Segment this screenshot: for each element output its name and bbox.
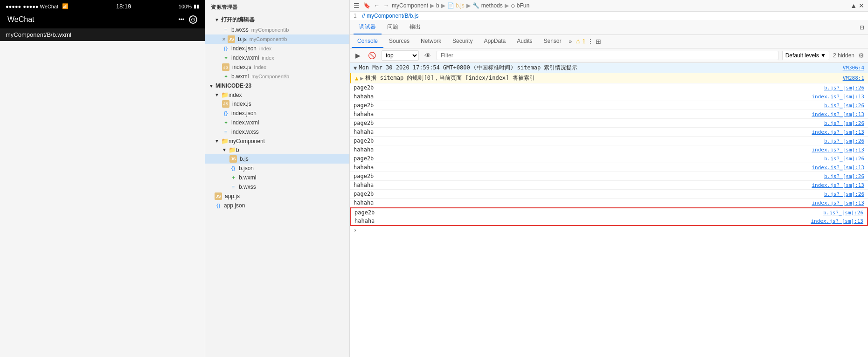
sep2: ▶: [441, 2, 445, 9]
open-editors-label: 打开的编辑器: [221, 16, 255, 24]
link-page2b-5[interactable]: b.js?_[sm]:26: [824, 156, 864, 162]
clear-btn[interactable]: 🚫: [366, 51, 378, 60]
row-page2b-1: page2b b.js?_[sm]:26: [350, 83, 868, 92]
file-bwxss[interactable]: ≡ b.wxss: [205, 182, 349, 192]
file-item-indexwxml-open[interactable]: ✦ index.wxml index: [205, 53, 349, 62]
file-item-bwxml-open[interactable]: ✦ b.wxml myComponent\b: [205, 72, 349, 81]
msg-page2b-6: page2b: [354, 173, 824, 179]
menu-dots-icon[interactable]: •••: [178, 16, 184, 23]
row-hahaha-highlighted: hahaha index.js?_[sm]:13: [350, 217, 868, 226]
file-item-indexjs-open[interactable]: JS index.js index: [205, 62, 349, 72]
eye-btn[interactable]: 👁: [423, 51, 433, 60]
default-levels[interactable]: Default levels ▼: [782, 51, 829, 60]
file-path-indexwxml-open: index: [262, 55, 274, 61]
row-page2b-5: page2b b.js?_[sm]:26: [350, 154, 868, 163]
link-hahaha-6[interactable]: index.js?_[sm]:13: [812, 182, 864, 188]
link-page2b-4[interactable]: b.js?_[sm]:26: [824, 138, 864, 144]
tab-issues[interactable]: 问题: [382, 20, 404, 34]
file-name-bjs-open: b.js: [238, 36, 247, 42]
link-hahaha-7[interactable]: index.js?_[sm]:13: [812, 200, 864, 206]
hamburger-icon[interactable]: ☰: [354, 2, 360, 9]
header-icons: ☰ 🔖 ← →: [354, 2, 389, 9]
link-page2b-7[interactable]: b.js?_[sm]:26: [824, 191, 864, 197]
record-icon[interactable]: ⊙: [189, 15, 197, 24]
filter-input[interactable]: [437, 51, 778, 60]
link-hahaha-3[interactable]: index.js?_[sm]:13: [812, 129, 864, 135]
msg-hahaha-3: hahaha: [354, 129, 812, 135]
row-hahaha-2: hahaha index.js?_[sm]:13: [350, 110, 868, 119]
link-page2b-2[interactable]: b.js?_[sm]:26: [824, 103, 864, 109]
file-name-indexwxml-open: index.wxml: [231, 55, 259, 61]
row-page2b-2: page2b b.js?_[sm]:26: [350, 101, 868, 110]
sitemap-msg: Mon Mar 30 2020 17:59:54 GMT+0800 (中国标准时…: [359, 64, 842, 72]
row-page2b-6: page2b b.js?_[sm]:26: [350, 172, 868, 181]
arrow-right-icon: ▶: [360, 75, 363, 82]
sitemap-warn-link[interactable]: VM288:1: [843, 75, 864, 81]
link-page2b-6[interactable]: b.js?_[sm]:26: [824, 173, 864, 179]
minicode-section[interactable]: ▼ MINICODE-23: [205, 81, 349, 90]
console-tab-appdata[interactable]: AppData: [478, 35, 511, 48]
file-appjs[interactable]: JS app.js: [205, 192, 349, 201]
bwxml-icon: ✦: [222, 73, 229, 80]
link-hahaha-1[interactable]: index.js?_[sm]:13: [812, 94, 864, 100]
collapse-icon[interactable]: ▲: [850, 2, 857, 9]
link-hahaha-highlighted[interactable]: index.js?_[sm]:13: [811, 218, 863, 224]
msg-hahaha-2: hahaha: [354, 111, 812, 117]
file-bjson[interactable]: {} b.json: [205, 164, 349, 173]
execute-btn[interactable]: ▶: [354, 51, 362, 60]
console-tab-security[interactable]: Security: [447, 35, 478, 48]
console-tabs: Console Sources Network Security AppData…: [350, 35, 868, 48]
panel-close-icon[interactable]: ✕: [859, 2, 864, 9]
more-tabs-icon[interactable]: »: [569, 38, 572, 45]
link-page2b-highlighted[interactable]: b.js?_[sm]:26: [823, 210, 863, 216]
settings-dock-icon[interactable]: ⊞: [596, 38, 601, 45]
file-item-bjs-open[interactable]: ✕ JS b.js myComponent\b: [205, 34, 349, 44]
wifi-icon: 📶: [62, 3, 69, 9]
folder-b[interactable]: ▼ 📁 b: [205, 145, 349, 154]
console-tab-audits[interactable]: Audits: [511, 35, 538, 48]
battery-icon: ▮▮: [194, 3, 199, 9]
file-indexjson[interactable]: {} index.json: [205, 109, 349, 118]
back-icon[interactable]: ←: [374, 2, 380, 9]
file-item-indexjson-open[interactable]: {} index.json index: [205, 44, 349, 53]
open-editors-section[interactable]: ▼ 打开的编辑器: [205, 14, 349, 25]
console-tab-sensor[interactable]: Sensor: [538, 35, 567, 48]
close-tab-icon[interactable]: ✕: [222, 37, 226, 42]
group-arrow-icon: ▼: [354, 65, 357, 71]
battery-percent: 100%: [179, 4, 192, 9]
folder-index[interactable]: ▼ 📁 index: [205, 90, 349, 99]
bookmark-icon[interactable]: 🔖: [363, 2, 370, 9]
link-hahaha-4[interactable]: index.js?_[sm]:13: [812, 147, 864, 153]
file-indexwxss[interactable]: ≡ index.wxss: [205, 127, 349, 137]
link-page2b-3[interactable]: b.js?_[sm]:26: [824, 120, 864, 126]
context-select[interactable]: top: [382, 50, 419, 61]
file-path-bjs-open: myComponent\b: [250, 36, 287, 42]
file-indexjs[interactable]: JS index.js: [205, 99, 349, 109]
console-tab-console[interactable]: Console: [352, 35, 383, 48]
breadcrumb-methods: methods: [481, 2, 503, 9]
console-content: ▼ Mon Mar 30 2020 17:59:54 GMT+0800 (中国标…: [350, 63, 868, 357]
indexjs-icon: JS: [222, 63, 229, 71]
console-settings-icon[interactable]: ⚙: [858, 52, 864, 59]
forward-icon[interactable]: →: [383, 2, 389, 9]
tab-debugger[interactable]: 调试器: [354, 20, 382, 34]
link-hahaha-5[interactable]: index.js?_[sm]:13: [812, 165, 864, 171]
file-path-line: 1 // myComponent/B/b.js: [350, 12, 868, 20]
console-tab-sources[interactable]: Sources: [383, 35, 415, 48]
file-bwxml[interactable]: ✦ b.wxml: [205, 173, 349, 182]
file-indexwxml[interactable]: ✦ index.wxml: [205, 118, 349, 127]
file-bjs[interactable]: JS b.js: [205, 154, 349, 164]
console-footer-arrow[interactable]: ›: [350, 226, 868, 234]
tab-output[interactable]: 输出: [404, 20, 426, 34]
folder-mycomponent[interactable]: ▼ 📁 myComponent: [205, 137, 349, 145]
sitemap-link[interactable]: VM306:4: [843, 65, 864, 71]
link-page2b-1[interactable]: b.js?_[sm]:26: [824, 85, 864, 91]
hidden-count: 2 hidden: [833, 52, 854, 59]
more-options-icon[interactable]: ⋮: [587, 38, 594, 45]
link-hahaha-2[interactable]: index.js?_[sm]:13: [812, 111, 864, 117]
console-tab-network[interactable]: Network: [415, 35, 447, 48]
inspect-icon[interactable]: ⊡: [860, 24, 864, 31]
breadcrumb-bfun: bFun: [517, 2, 529, 9]
file-item-bwxss[interactable]: ≡ b.wxss myComponent\b: [205, 25, 349, 34]
file-appjson[interactable]: {} app.json: [205, 201, 349, 210]
